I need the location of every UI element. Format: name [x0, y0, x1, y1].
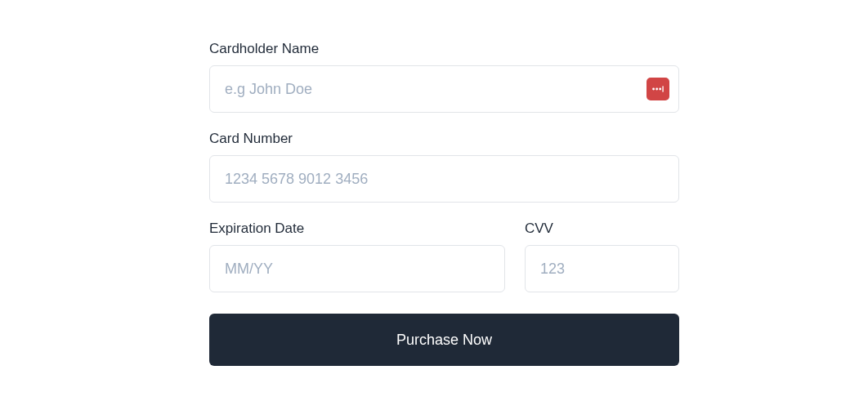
cardholder-input-wrapper	[209, 65, 679, 113]
cardholder-field-group: Cardholder Name	[209, 41, 679, 113]
svg-point-1	[655, 88, 658, 91]
payment-form: Cardholder Name Card Number Expiration D…	[209, 41, 679, 366]
cvv-label: CVV	[525, 221, 679, 237]
dots-cursor-icon	[651, 82, 665, 96]
svg-rect-3	[662, 86, 663, 91]
cardholder-input[interactable]	[209, 65, 679, 113]
expiration-input[interactable]	[209, 245, 505, 292]
cvv-field-group: CVV	[525, 221, 679, 292]
cardnumber-input-wrapper	[209, 155, 679, 203]
cardnumber-input[interactable]	[209, 155, 679, 203]
expiration-label: Expiration Date	[209, 221, 505, 237]
svg-point-0	[652, 88, 655, 91]
cardholder-label: Cardholder Name	[209, 41, 679, 57]
password-manager-icon[interactable]	[647, 78, 669, 100]
expiration-cvv-row: Expiration Date CVV	[209, 221, 679, 292]
cvv-input[interactable]	[525, 245, 679, 292]
purchase-button[interactable]: Purchase Now	[209, 314, 679, 366]
cardnumber-label: Card Number	[209, 131, 679, 147]
svg-point-2	[659, 88, 661, 91]
cardnumber-field-group: Card Number	[209, 131, 679, 203]
expiration-field-group: Expiration Date	[209, 221, 505, 292]
